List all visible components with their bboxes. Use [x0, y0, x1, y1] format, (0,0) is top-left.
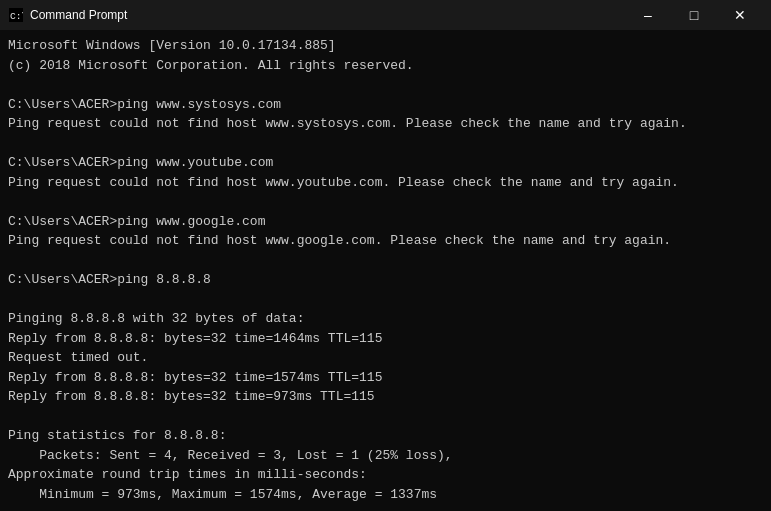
- terminal-line: Request timed out.: [8, 350, 148, 365]
- terminal-line: (c) 2018 Microsoft Corporation. All righ…: [8, 58, 414, 73]
- window-title: Command Prompt: [30, 8, 625, 22]
- terminal-window: Microsoft Windows [Version 10.0.17134.88…: [0, 30, 771, 511]
- terminal-line: Ping statistics for 8.8.8.8:: [8, 428, 226, 443]
- svg-text:C:\: C:\: [10, 11, 23, 22]
- terminal-line: Reply from 8.8.8.8: bytes=32 time=1464ms…: [8, 331, 382, 346]
- window-controls: – □ ✕: [625, 0, 763, 30]
- terminal-line: Minimum = 973ms, Maximum = 1574ms, Avera…: [8, 487, 437, 502]
- terminal-line: Reply from 8.8.8.8: bytes=32 time=973ms …: [8, 389, 375, 404]
- maximize-button[interactable]: □: [671, 0, 717, 30]
- terminal-line: Approximate round trip times in milli-se…: [8, 467, 367, 482]
- minimize-button[interactable]: –: [625, 0, 671, 30]
- terminal-line: Ping request could not find host www.sys…: [8, 116, 687, 131]
- terminal-line: C:\Users\ACER>ping www.systosys.com: [8, 97, 281, 112]
- title-bar: C:\ Command Prompt – □ ✕: [0, 0, 771, 30]
- terminal-line: Pinging 8.8.8.8 with 32 bytes of data:: [8, 311, 304, 326]
- terminal-line: C:\Users\ACER>ping www.google.com: [8, 214, 265, 229]
- terminal-line: Ping request could not find host www.goo…: [8, 233, 671, 248]
- terminal-line: Ping request could not find host www.you…: [8, 175, 679, 190]
- terminal-line: C:\Users\ACER>ping www.youtube.com: [8, 155, 273, 170]
- terminal-line: Microsoft Windows [Version 10.0.17134.88…: [8, 38, 336, 53]
- cmd-icon: C:\: [8, 7, 24, 23]
- terminal-line: Reply from 8.8.8.8: bytes=32 time=1574ms…: [8, 370, 382, 385]
- terminal-line: Packets: Sent = 4, Received = 3, Lost = …: [8, 448, 453, 463]
- close-button[interactable]: ✕: [717, 0, 763, 30]
- terminal-line: C:\Users\ACER>ping 8.8.8.8: [8, 272, 211, 287]
